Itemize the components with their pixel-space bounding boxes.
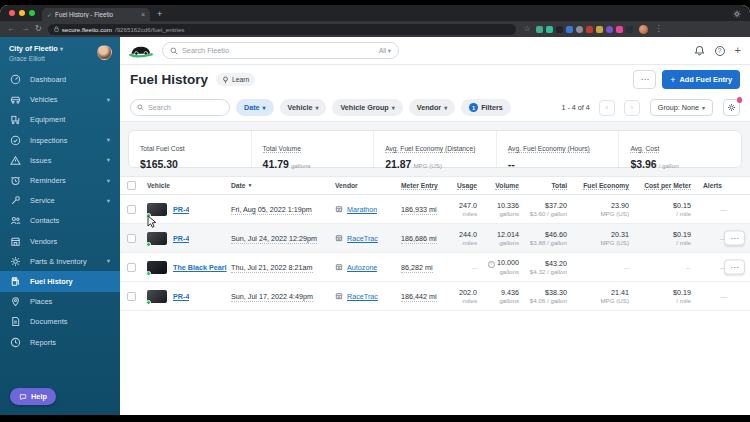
table-row[interactable]: The Black Pearl Thu, Jul 21, 2022 8:21am… xyxy=(120,253,750,282)
col-volume[interactable]: Volume xyxy=(477,182,519,190)
sidebar-item-reports[interactable]: Reports xyxy=(0,332,120,352)
extension-icon[interactable] xyxy=(606,26,613,33)
window-gear-icon[interactable] xyxy=(733,10,741,18)
extension-icon[interactable] xyxy=(536,26,543,33)
sidebar-item-parts-inventory[interactable]: Parts & Inventory ▾ xyxy=(0,251,120,271)
extension-icon[interactable] xyxy=(576,26,583,33)
reload-icon[interactable]: ↻ xyxy=(35,25,42,33)
vehicle-link[interactable]: PR-4 xyxy=(173,234,189,243)
next-page-button[interactable]: › xyxy=(624,100,640,116)
sidebar-item-inspections[interactable]: Inspections ▾ xyxy=(0,130,120,150)
col-usage[interactable]: Usage xyxy=(447,182,477,190)
bookmark-star-icon[interactable]: ☆ xyxy=(524,25,531,33)
row-checkbox[interactable] xyxy=(127,234,136,243)
browser-menu-icon[interactable]: ⋮ xyxy=(654,25,662,33)
fullscreen-window-icon[interactable] xyxy=(29,10,35,16)
col-total[interactable]: Total xyxy=(519,182,567,190)
sidebar-item-service[interactable]: Service ▾ xyxy=(0,191,120,211)
table-search-input[interactable] xyxy=(148,103,223,112)
sidebar-item-issues[interactable]: Issues ▾ xyxy=(0,150,120,170)
sidebar-item-equipment[interactable]: Equipment xyxy=(0,110,120,130)
col-cost-per-meter[interactable]: Cost per Meter xyxy=(629,182,691,190)
vendor-link[interactable]: RaceTrac xyxy=(347,292,378,301)
bell-icon[interactable] xyxy=(694,45,705,56)
user-avatar[interactable] xyxy=(97,45,112,60)
table-search[interactable] xyxy=(130,99,230,116)
filter-vendor[interactable]: Vendor▾ xyxy=(409,99,455,116)
browser-profile-avatar[interactable] xyxy=(639,25,648,34)
search-scope[interactable]: All ▾ xyxy=(379,47,391,55)
date-value[interactable]: Fri, Aug 05, 2022 1:19pm xyxy=(231,205,312,216)
sidebar-item-dashboard[interactable]: Dashboard xyxy=(0,70,120,90)
window-controls[interactable] xyxy=(0,5,42,21)
vendor-link[interactable]: Marathon xyxy=(347,205,377,214)
row-menu-button[interactable]: ⋯ xyxy=(724,260,745,275)
learn-badge[interactable]: Learn xyxy=(216,73,255,86)
date-value[interactable]: Sun, Jul 17, 2022 4:49pm xyxy=(231,292,313,303)
vendor-link[interactable]: Autozone xyxy=(347,263,377,272)
date-value[interactable]: Sun, Jul 24, 2022 12:29pm xyxy=(231,234,317,245)
group-by-select[interactable]: Group: None▾ xyxy=(650,99,713,116)
extension-icon[interactable] xyxy=(566,26,573,33)
col-meter-entry[interactable]: Meter Entry xyxy=(401,182,447,190)
extension-icon[interactable] xyxy=(596,26,603,33)
sidebar-item-places[interactable]: Places xyxy=(0,292,120,312)
extension-icon[interactable] xyxy=(556,26,563,33)
vehicle-link[interactable]: PR-4 xyxy=(173,205,189,214)
vendor-link[interactable]: RaceTrac xyxy=(347,234,378,243)
sidebar-item-vendors[interactable]: Vendors xyxy=(0,231,120,251)
tab-close-icon[interactable]: × xyxy=(141,11,145,18)
col-fuel-economy[interactable]: Fuel Economy xyxy=(567,182,629,190)
page-more-button[interactable]: ⋯ xyxy=(633,70,656,89)
col-alerts[interactable]: Alerts xyxy=(691,182,739,189)
row-checkbox[interactable] xyxy=(127,205,136,214)
date-value[interactable]: Thu, Jul 21, 2022 8:21am xyxy=(231,263,313,274)
sidebar-item-documents[interactable]: Documents xyxy=(0,312,120,332)
back-icon[interactable]: ← xyxy=(7,25,15,33)
sidebar-item-reminders[interactable]: Reminders ▾ xyxy=(0,170,120,190)
sidebar-item-contacts[interactable]: Contacts xyxy=(0,211,120,231)
table-row[interactable]: PR-4 Fri, Aug 05, 2022 1:19pm Marathon 1… xyxy=(120,195,750,224)
extension-icons[interactable] xyxy=(536,26,633,33)
table-row[interactable]: PR-4 Sun, Jul 24, 2022 12:29pm RaceTrac … xyxy=(120,224,750,253)
close-window-icon[interactable] xyxy=(9,10,15,16)
col-vendor[interactable]: Vendor xyxy=(335,182,401,189)
filter-date[interactable]: Date▾ xyxy=(236,99,274,116)
meter-entry-value[interactable]: 186,442 mi xyxy=(401,292,437,303)
filter-vehicle-group[interactable]: Vehicle Group▾ xyxy=(332,99,402,116)
new-tab-button[interactable]: + xyxy=(157,10,162,19)
extension-icon[interactable] xyxy=(546,26,553,33)
extension-icon[interactable] xyxy=(586,26,593,33)
vehicle-link[interactable]: PR-4 xyxy=(173,292,189,301)
filters-button[interactable]: 1Filters xyxy=(461,99,511,116)
forward-icon[interactable]: → xyxy=(21,25,29,33)
help-button[interactable]: Help xyxy=(10,388,56,405)
help-circle-icon[interactable]: ? xyxy=(715,46,725,56)
extension-icon[interactable] xyxy=(626,26,633,33)
extension-icon[interactable] xyxy=(616,26,623,33)
minimize-window-icon[interactable] xyxy=(19,10,25,16)
global-search-input[interactable] xyxy=(182,46,375,55)
row-checkbox[interactable] xyxy=(127,292,136,301)
table-row[interactable]: PR-4 Sun, Jul 17, 2022 4:49pm RaceTrac 1… xyxy=(120,282,750,311)
meter-entry-value[interactable]: 186,933 mi xyxy=(401,205,437,216)
select-all-checkbox[interactable] xyxy=(127,181,136,190)
global-search[interactable]: All ▾ xyxy=(162,42,399,59)
address-bar[interactable]: secure.fleetio.com/9265162cd6/fuel_entri… xyxy=(48,24,516,35)
prev-page-button[interactable]: ‹ xyxy=(599,100,615,116)
meter-entry-value[interactable]: 86,282 mi xyxy=(401,263,433,274)
filter-vehicle[interactable]: Vehicle▾ xyxy=(280,99,327,116)
row-checkbox[interactable] xyxy=(127,263,136,272)
add-fuel-entry-button[interactable]: +Add Fuel Entry xyxy=(662,70,740,89)
browser-tab[interactable]: ✓ Fuel History - Fleetio × xyxy=(42,8,150,21)
sidebar-item-vehicles[interactable]: Vehicles ▾ xyxy=(0,90,120,110)
meter-entry-value[interactable]: 186,686 mi xyxy=(401,234,437,245)
vehicle-link[interactable]: The Black Pearl xyxy=(173,263,227,272)
col-vehicle[interactable]: Vehicle xyxy=(147,182,231,189)
table-settings-button[interactable] xyxy=(723,99,740,116)
row-menu-button[interactable]: ⋯ xyxy=(724,231,745,246)
quick-add-icon[interactable]: + xyxy=(735,45,741,56)
col-date[interactable]: Date▼ xyxy=(231,182,335,189)
sidebar-item-fuel-history[interactable]: Fuel History xyxy=(0,271,120,291)
info-icon[interactable]: i xyxy=(488,261,495,268)
